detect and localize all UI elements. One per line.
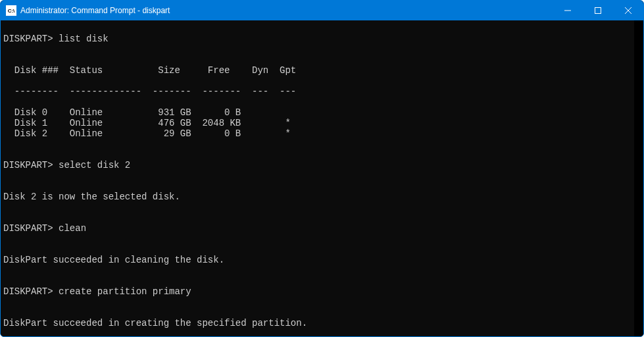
disk-table-rules: -------- ------------- ------- ------- -… xyxy=(3,86,630,97)
message-cleaned: DiskPart succeeded in cleaning the disk. xyxy=(3,255,630,265)
terminal-output[interactable]: DISKPART> list disk Disk ### Status Size… xyxy=(1,20,643,336)
minimize-icon xyxy=(564,7,571,14)
maximize-icon xyxy=(595,7,601,14)
prompt: DISKPART> xyxy=(3,160,53,170)
prompt-line: DISKPART> create partition primary xyxy=(3,286,630,297)
message-selected: Disk 2 is now the selected disk. xyxy=(3,192,630,202)
prompt-line: DISKPART> list disk xyxy=(3,34,630,44)
disk-table-body: Disk 0 Online 931 GB 0 B Disk 1 Online 4… xyxy=(3,107,630,139)
close-button[interactable] xyxy=(613,1,643,20)
table-row: Disk 2 Online 29 GB 0 B * xyxy=(3,128,630,139)
disk-table-header: Disk ### Status Size Free Dyn Gpt xyxy=(3,65,630,76)
cmd-icon: C:\ xyxy=(6,5,16,16)
message-partitioned: DiskPart succeeded in creating the speci… xyxy=(3,318,630,328)
window-title: Administrator: Command Prompt - diskpart xyxy=(20,6,553,15)
close-icon xyxy=(625,7,632,14)
titlebar[interactable]: C:\ Administrator: Command Prompt - disk… xyxy=(1,1,643,20)
minimize-button[interactable] xyxy=(553,1,583,20)
window-controls xyxy=(553,1,643,20)
table-row: Disk 0 Online 931 GB 0 B xyxy=(3,107,630,118)
table-row: Disk 1 Online 476 GB 2048 KB * xyxy=(3,118,630,128)
command: clean xyxy=(59,223,86,234)
prompt: DISKPART> xyxy=(3,223,53,234)
prompt: DISKPART> xyxy=(3,286,53,297)
prompt: DISKPART> xyxy=(3,34,53,44)
svg-rect-1 xyxy=(595,8,601,14)
maximize-button[interactable] xyxy=(583,1,613,20)
prompt-line: DISKPART> clean xyxy=(3,223,630,234)
command: list disk xyxy=(59,34,109,44)
command-prompt-window: C:\ Administrator: Command Prompt - disk… xyxy=(0,0,644,337)
prompt-line: DISKPART> select disk 2 xyxy=(3,160,630,170)
command: create partition primary xyxy=(59,286,191,297)
command: select disk 2 xyxy=(59,160,130,170)
